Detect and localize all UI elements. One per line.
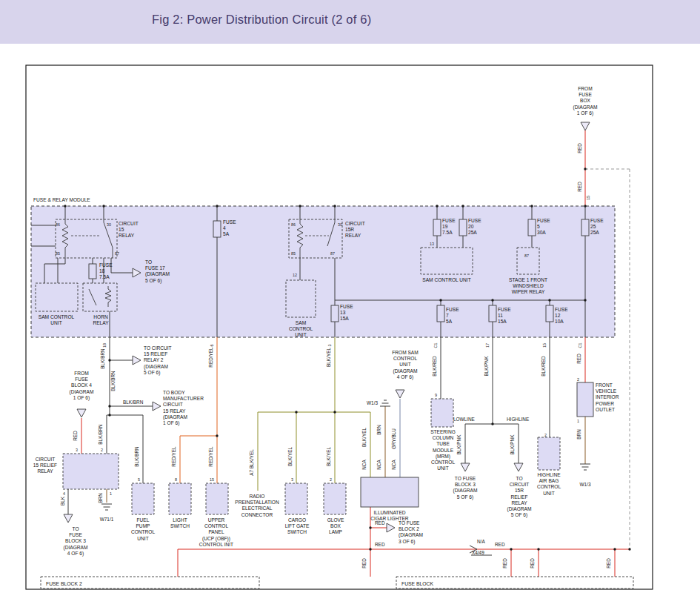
pin-label: 15 (586, 196, 590, 200)
to-fuse-block2-label: TO FUSE BLOCK 2 (DIAGRAM 3 OF 6) (399, 520, 428, 545)
wire-label-red: RED (606, 558, 611, 569)
connector-triangle-to-fuse-block2 (387, 523, 395, 532)
wire-label-blk-brn: BLK/BRN (110, 371, 116, 391)
pin-label: C1 (433, 343, 438, 348)
to-fuse17-label: TO FUSE 17 (DIAGRAM 5 OF 6) (145, 259, 178, 284)
fuse25-label: FUSE 25 25A (590, 218, 610, 236)
pin-label: 6 (210, 345, 214, 347)
wire-label-blk-red: BLK/RED (432, 356, 437, 377)
pin-label: C1 (578, 343, 582, 348)
to-15r-relief-label: TO CIRCUIT 15R RELIEF RELAY (DIAGRAM 5 O… (504, 476, 535, 519)
light-switch-label: LIGHT SWITCH (167, 517, 193, 529)
from-fuse-box-label: FROM FUSE BOX (DIAGRAM 1 OF 6) (567, 86, 604, 116)
wire-label-brn: BRN (576, 429, 581, 440)
wire-label-blk: BLK (60, 496, 65, 506)
pin-label: 1 (577, 419, 579, 423)
connector-triangle-to-fuse-block3 (64, 514, 73, 523)
light-switch-box (169, 483, 191, 514)
relief-relay-label: CIRCUIT 15 RELIEF RELAY (28, 457, 62, 475)
wire-label-nca: NCA (391, 460, 396, 470)
pin-label: 2 (330, 477, 332, 482)
pin-label: 87 (524, 253, 529, 258)
pin-label: 87 (330, 251, 335, 256)
wire-label-red-yel: RED/YEL (208, 347, 213, 368)
pin-label: 3 (291, 477, 293, 482)
fuse19-label: FUSE 19 7.5A (442, 218, 461, 236)
connector-triangle-to-body-mfr (153, 402, 161, 411)
connector-triangle-to-15r-relief (514, 463, 523, 471)
fuse20-label: FUSE 20 25A (468, 218, 487, 236)
pin-label: 2 (544, 433, 547, 437)
wire-label-red: RED (530, 558, 535, 569)
fuse18-label: FUSE 18 7.5A (99, 262, 121, 281)
fuse13-label: FUSE 13 15A (340, 304, 359, 322)
pin-label: 8 (175, 477, 177, 482)
pin-label: 85 (56, 251, 60, 256)
pin-label: 1 (110, 491, 112, 496)
glove-box-lamp-box (324, 483, 346, 514)
pin-label: 30 (338, 222, 342, 227)
wire-label-blk-brn: BLK/BRN (134, 446, 139, 467)
wires-black-yellow (258, 337, 370, 491)
connector-id-x449: X4/49 (472, 550, 484, 555)
airbag-unit-label: HIGHLINE AIR BAG CONTROL UNIT (532, 472, 566, 497)
fuse-symbol (213, 221, 221, 237)
from-sam-label: FROM SAM CONTROL UNIT (DIAGRAM 4 OF 6) (388, 350, 422, 380)
sam-control-mid-label: SAM CONTROL UNIT (284, 320, 317, 339)
fuse-block2-label: FUSE BLOCK 2 (46, 581, 82, 586)
pin-label: 87 (115, 251, 119, 256)
na-label: N/A (477, 539, 485, 544)
ground-id-w1-3: W1/3 (367, 400, 378, 405)
wire-label-red: RED (73, 431, 78, 441)
wire-label-blk-brn: BLK/BRN (98, 424, 103, 445)
fuse-block-label: FUSE BLOCK (401, 581, 434, 586)
relief-relay-box (63, 454, 119, 489)
wire-label-blk-yel: BLK/YEL (326, 447, 331, 466)
wire-label-blk-yel: BLK/YEL (287, 447, 293, 466)
connector-triangle-to-fuse-block3-mid (461, 463, 470, 471)
to-fuse-block3-label: TO FUSE BLOCK 3 (DIAGRAM 4 OF 6) (59, 526, 92, 557)
wire-label-blk-brn: BLK/BRN (100, 348, 105, 369)
to-relief2-label: TO CIRCUIT 15 RELIEF RELAY 2 (DIAGRAM 5 … (144, 345, 182, 376)
fuse12-label: FUSE 12 10A (555, 307, 574, 325)
pin-label: 13 (430, 242, 434, 246)
wire-label-blk-red: BLK/RED (541, 356, 546, 377)
ground-id-w1-3: W1/3 (580, 482, 591, 487)
pin-label: 3 (76, 448, 78, 452)
fuse-symbol (433, 219, 441, 236)
wire-label-gry-blu: GRY/BLU (391, 428, 396, 449)
wire-label-red: RED (375, 542, 385, 547)
steering-module-box (431, 399, 453, 427)
sam-control-right-label: SAM CONTROL UNIT (413, 277, 480, 283)
wire-label-a7-blk-yel: A7 BLK/YEL (249, 449, 254, 476)
connector-triangle-from-fuse-block4 (77, 409, 86, 417)
pin-label: 15 (210, 477, 214, 482)
fuse-symbol (437, 305, 444, 322)
wire-label-brn: BRN (98, 493, 103, 503)
pin-label: 18 (102, 343, 107, 348)
wire-label-brn: BRN (376, 425, 381, 435)
wire-label-blk-yel: BLK/YEL (361, 428, 367, 447)
to-fuse-block3-mid-label: TO FUSE BLOCK 3 (DIAGRAM 5 OF 6) (449, 476, 481, 500)
pin-label: 85 (291, 251, 296, 256)
upper-control-panel-box (206, 483, 228, 514)
pin-label: 2 (101, 448, 103, 452)
connector-triangle-from-fuse-box (581, 122, 590, 130)
upper-control-panel-label: UPPER CONTROL PANEL (UCP (OBF)) CONTROL … (193, 517, 240, 548)
pin-label: 17 (485, 343, 490, 348)
wire-label-nca: NCA (376, 460, 381, 470)
connector-triangle-from-sam (396, 390, 404, 398)
fuse-symbol (89, 264, 96, 279)
glove-box-lamp-label: GLOVE BOX LAMP (323, 517, 348, 536)
wire-label-blk-yel: BLK/YEL (326, 348, 331, 367)
wire-label-red-yel: RED/YEL (208, 446, 213, 467)
wiper-relay-label: STAGE 1 FRONT WINDSHIELD WIPER RELAY (497, 277, 559, 296)
module-title: FUSE & RELAY MODULE (33, 197, 90, 203)
lowline-label: LOWLINE (453, 417, 475, 422)
fuse-symbol (331, 305, 339, 322)
pin-label: 86 (56, 222, 60, 227)
ground-id-w71-1: W71/1 (100, 517, 114, 522)
fuel-pump-box (132, 483, 154, 514)
steering-module-label: STEERING COLUMN TUBE MODULE (MRM) CONTRO… (428, 429, 458, 472)
fuse-symbol (546, 305, 553, 322)
